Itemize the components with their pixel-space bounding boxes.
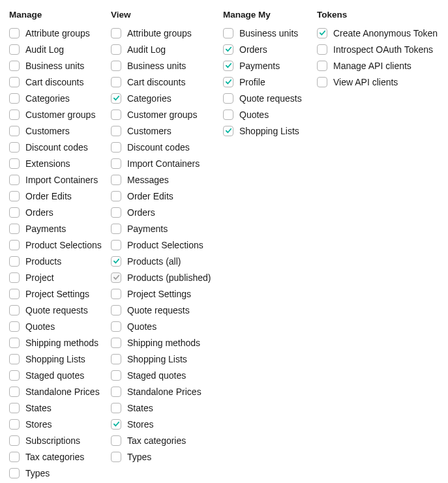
checkbox-manage-tax-categories[interactable] (9, 452, 20, 462)
permission-item-managemy-shopping-lists: Shopping Lists (223, 123, 317, 139)
checkbox-manage-discount-codes[interactable] (9, 142, 20, 153)
checkbox-view-product-selections[interactable] (111, 240, 121, 250)
checkbox-manage-customer-groups[interactable] (9, 110, 20, 120)
permission-label: Customers (127, 126, 172, 136)
checkbox-view-stores[interactable] (111, 419, 121, 430)
checkbox-view-customer-groups[interactable] (111, 110, 121, 120)
checkbox-managemy-orders[interactable] (223, 44, 233, 55)
checkbox-manage-quote-requests[interactable] (9, 305, 20, 315)
checkbox-manage-order-edits[interactable] (9, 191, 20, 201)
permission-label: Product Selections (127, 241, 203, 250)
permission-item-manage-products: Products (9, 253, 111, 269)
permission-label: Import Containers (25, 175, 98, 184)
checkbox-view-quotes[interactable] (111, 321, 121, 332)
checkbox-view-products-all[interactable] (111, 256, 121, 267)
checkbox-view-discount-codes[interactable] (111, 142, 121, 153)
permission-label: Project (25, 273, 54, 282)
checkbox-view-states[interactable] (111, 403, 121, 413)
checkbox-view-order-edits[interactable] (111, 191, 121, 201)
checkbox-managemy-business-units[interactable] (223, 28, 233, 38)
permission-item-manage-audit-log: Audit Log (9, 41, 111, 57)
permission-columns: ManageAttribute groupsAudit LogBusiness … (9, 9, 439, 481)
permission-item-view-types: Types (111, 448, 223, 465)
permission-label: Attribute groups (127, 29, 192, 38)
checkbox-manage-staged-quotes[interactable] (9, 370, 20, 381)
checkbox-manage-shipping-methods[interactable] (9, 338, 20, 348)
checkbox-tokens-introspect-oauth-tokens[interactable] (317, 44, 327, 55)
checkbox-manage-cart-discounts[interactable] (9, 77, 20, 87)
checkbox-manage-products[interactable] (9, 256, 20, 267)
permission-item-manage-customers: Customers (9, 123, 111, 139)
checkbox-managemy-quote-requests[interactable] (223, 93, 233, 104)
checkbox-tokens-view-api-clients[interactable] (317, 77, 327, 87)
checkbox-view-business-units[interactable] (111, 61, 121, 71)
checkbox-manage-customers[interactable] (9, 126, 20, 136)
permission-label: Discount codes (127, 143, 190, 152)
checkbox-view-types[interactable] (111, 452, 121, 462)
checkbox-view-customers[interactable] (111, 126, 121, 136)
permission-item-view-quotes: Quotes (111, 318, 223, 334)
permission-item-view-categories: Categories (111, 90, 223, 106)
checkbox-view-shipping-methods[interactable] (111, 338, 121, 348)
permission-item-view-customer-groups: Customer groups (111, 106, 223, 123)
permission-item-view-customers: Customers (111, 123, 223, 139)
permission-item-view-quote-requests: Quote requests (111, 302, 223, 318)
checkbox-manage-subscriptions[interactable] (9, 435, 20, 446)
checkbox-managemy-quotes[interactable] (223, 110, 233, 120)
checkbox-manage-audit-log[interactable] (9, 44, 20, 55)
checkbox-view-project-settings[interactable] (111, 289, 121, 299)
checkbox-manage-shopping-lists[interactable] (9, 354, 20, 364)
checkbox-view-shopping-lists[interactable] (111, 354, 121, 364)
checkbox-view-quote-requests[interactable] (111, 305, 121, 315)
checkbox-view-cart-discounts[interactable] (111, 77, 121, 87)
checkbox-manage-extensions[interactable] (9, 158, 20, 169)
checkbox-view-audit-log[interactable] (111, 44, 121, 55)
checkbox-manage-product-selections[interactable] (9, 240, 20, 250)
checkbox-view-import-containers[interactable] (111, 158, 121, 169)
permission-item-view-states: States (111, 400, 223, 416)
checkbox-tokens-create-anonymous-token[interactable] (317, 28, 327, 38)
checkbox-manage-payments[interactable] (9, 224, 20, 234)
permission-item-tokens-introspect-oauth-tokens: Introspect OAuth Tokens (317, 41, 434, 57)
permission-label: Quote requests (127, 306, 190, 315)
checkbox-view-orders[interactable] (111, 207, 121, 218)
checkbox-managemy-payments[interactable] (223, 61, 233, 71)
permission-label: View API clients (333, 78, 398, 87)
checkbox-manage-orders[interactable] (9, 207, 20, 218)
permission-label: Shopping Lists (25, 355, 85, 364)
checkbox-view-payments[interactable] (111, 224, 121, 234)
permission-label: Payments (25, 224, 66, 233)
checkbox-manage-import-containers[interactable] (9, 175, 20, 185)
checkbox-view-categories[interactable] (111, 93, 121, 104)
checkbox-manage-project[interactable] (9, 272, 20, 283)
checkbox-manage-standalone-prices[interactable] (9, 387, 20, 397)
checkbox-tokens-manage-api-clients[interactable] (317, 61, 327, 71)
permission-label: States (25, 403, 52, 413)
checkbox-manage-types[interactable] (9, 468, 20, 478)
permission-item-manage-types: Types (9, 465, 111, 481)
checkbox-manage-project-settings[interactable] (9, 289, 20, 299)
checkbox-view-messages[interactable] (111, 175, 121, 185)
checkbox-managemy-shopping-lists[interactable] (223, 126, 233, 136)
checkbox-manage-quotes[interactable] (9, 321, 20, 332)
checkbox-view-tax-categories[interactable] (111, 435, 121, 446)
checkbox-view-attribute-groups[interactable] (111, 28, 121, 38)
permission-label: Shopping Lists (239, 126, 299, 136)
checkbox-managemy-profile[interactable] (223, 77, 233, 87)
checkbox-manage-states[interactable] (9, 403, 20, 413)
permission-item-view-import-containers: Import Containers (111, 155, 223, 171)
permission-label: Products (published) (127, 273, 211, 282)
checkbox-manage-stores[interactable] (9, 419, 20, 430)
checkbox-view-staged-quotes[interactable] (111, 370, 121, 381)
checkbox-manage-attribute-groups[interactable] (9, 28, 20, 38)
checkbox-manage-business-units[interactable] (9, 61, 20, 71)
checkbox-view-standalone-prices[interactable] (111, 387, 121, 397)
permission-label: Audit Log (127, 45, 166, 54)
permission-label: Tax categories (25, 452, 84, 461)
permission-item-manage-project-settings: Project Settings (9, 285, 111, 302)
permission-item-managemy-quotes: Quotes (223, 106, 317, 123)
permission-label: Create Anonymous Token (333, 29, 438, 38)
permission-label: Types (127, 452, 151, 461)
checkbox-manage-categories[interactable] (9, 93, 20, 104)
permission-label: Payments (127, 224, 168, 233)
